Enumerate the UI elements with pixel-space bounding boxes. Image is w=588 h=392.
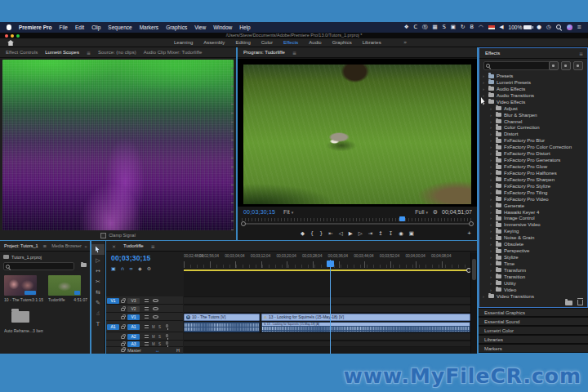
chevron-right-icon[interactable]: › — [490, 261, 493, 266]
effects-tree-item-image-control[interactable]: ›Image Control — [479, 215, 587, 221]
chevron-right-icon[interactable]: › — [490, 131, 493, 136]
sync-lock-icon[interactable] — [145, 299, 149, 302]
audio-track-header-a2[interactable]: A2MS — [106, 332, 183, 341]
effects-tree-item-video[interactable]: ›Video — [479, 287, 587, 293]
chevron-right-icon[interactable]: › — [490, 274, 493, 279]
effects-tree-item-adjust[interactable]: ›Adjust — [479, 105, 587, 112]
step-forward-button[interactable]: ▷ — [359, 229, 363, 238]
effects-tree-item-fxfactory-pro-glow[interactable]: ›FxFactory Pro Glow — [479, 163, 587, 170]
new-custom-bin-icon[interactable] — [565, 301, 572, 305]
chevron-right-icon[interactable]: › — [483, 93, 486, 98]
razor-tool[interactable]: ✂ — [91, 276, 105, 287]
effects-tree-item-video-transitions[interactable]: ›Video Transitions — [479, 293, 587, 300]
lock-icon[interactable] — [121, 336, 125, 339]
timeline-timecode[interactable]: 00;03;30;15 — [111, 254, 151, 262]
close-sequence-icon[interactable]: × — [112, 243, 116, 249]
scrub-left-handle[interactable] — [241, 221, 246, 226]
panel-tab-essential-graphics[interactable]: Essential Graphics — [479, 308, 588, 317]
audio-clip-2[interactable]: fx 13 - Looking for Squirrels (15-May-18… — [261, 322, 470, 332]
yuv-filter[interactable] — [573, 61, 583, 70]
track-target-a1[interactable]: A1 — [127, 324, 140, 330]
button-editor-button[interactable]: + — [467, 229, 471, 237]
solo-button[interactable]: S — [158, 335, 161, 339]
effects-tree-item-fxfactory-pro-sharpen[interactable]: ›FxFactory Pro Sharpen — [479, 176, 587, 183]
chevron-right-icon[interactable]: › — [490, 287, 493, 292]
chevron-right-icon[interactable]: › — [490, 281, 493, 286]
effects-tree-item-color-correction[interactable]: ›Color Correction — [479, 124, 587, 131]
master-track-header[interactable]: Master↔H — [106, 347, 183, 354]
chevron-right-icon[interactable]: › — [490, 268, 493, 273]
chevron-right-icon[interactable]: › — [490, 171, 493, 176]
type-tool[interactable]: T — [91, 318, 105, 329]
menu-premiere-pro[interactable]: Premiere Pro — [19, 24, 51, 30]
step-back-button[interactable]: ◁ — [339, 229, 343, 238]
tab-project-tutors-1[interactable]: Project: Tutors_1 — [4, 243, 38, 248]
effects-tree-item-fxfactory-pro-halftones[interactable]: ›FxFactory Pro Halftones — [479, 170, 587, 176]
audio-track-lane-a2[interactable] — [184, 332, 470, 341]
comparison-view-button[interactable]: ▣ — [409, 229, 414, 238]
chevron-right-icon[interactable]: › — [490, 119, 493, 124]
chevron-right-icon[interactable]: › — [490, 210, 493, 215]
fit-track-height-icon[interactable]: H — [176, 348, 180, 353]
linked-selection-icon[interactable]: ∞ — [129, 265, 133, 271]
effects-tree-item-obsolete[interactable]: ›Obsolete — [479, 241, 587, 247]
workspace-tab-graphics[interactable]: Graphics — [332, 40, 352, 45]
bluetooth-icon[interactable]: Ƀ — [470, 24, 473, 30]
project-thumbnail-tudorliffe[interactable] — [48, 275, 81, 296]
chevron-right-icon[interactable]: › — [490, 216, 493, 220]
clock-icon[interactable]: ◷ — [546, 24, 551, 30]
effects-tree-item-utility[interactable]: ›Utility — [479, 280, 587, 287]
effects-tree-item-blur-sharpen[interactable]: ›Blur & Sharpen — [479, 112, 587, 118]
ripple-edit-tool[interactable]: ↔ — [91, 265, 105, 276]
add-marker-icon[interactable]: ◆ — [138, 265, 142, 271]
menu-edit[interactable]: Edit — [75, 24, 84, 30]
chevron-right-icon[interactable]: › — [483, 80, 486, 85]
chevron-right-icon[interactable]: › — [490, 248, 493, 253]
audio-clip-1[interactable] — [184, 322, 260, 332]
extract-button[interactable]: ↧ — [389, 229, 393, 238]
workspace-tab-audio[interactable]: Audio — [309, 40, 321, 45]
master-meter-icon[interactable]: ↔ — [155, 348, 160, 353]
effects-tree-item-time[interactable]: ›Time — [479, 261, 587, 267]
project-folder-icon[interactable] — [11, 311, 29, 323]
effects-tree-item-channel[interactable]: ›Channel — [479, 118, 587, 125]
chevron-right-icon[interactable]: › — [490, 255, 493, 260]
menu-clip[interactable]: Clip — [91, 24, 100, 30]
voiceover-mic-icon[interactable] — [166, 324, 168, 327]
effects-tree-item-video-effects[interactable]: ⌄Video Effects — [479, 99, 587, 105]
video-track-lane-v2[interactable] — [184, 305, 470, 313]
effects-tree-item-fxfactory-pro-tiling[interactable]: ›FxFactory Pro Tiling — [479, 189, 587, 196]
menu-graphics[interactable]: Graphics — [166, 24, 187, 30]
workspace-tab-learning[interactable]: Learning — [174, 40, 193, 45]
video-clip-1[interactable]: fx10 - The Tutors [V] — [184, 314, 260, 321]
scrub-right-handle[interactable] — [469, 221, 474, 226]
go-to-in-button[interactable]: ⇤ — [328, 229, 332, 238]
b-app-icon[interactable]: Ⓑ — [422, 24, 428, 30]
siri-icon[interactable] — [567, 24, 572, 30]
32bit-color-filter[interactable] — [561, 61, 571, 70]
new-bin-icon[interactable] — [81, 263, 87, 267]
menu-markers[interactable]: Markers — [140, 24, 158, 30]
clamp-signal-checkbox[interactable] — [100, 233, 106, 238]
panel-tab-essential-sound[interactable]: Essential Sound — [479, 317, 588, 326]
program-playhead[interactable] — [399, 216, 405, 221]
tab-lumetri-scopes[interactable]: Lumetri Scopes — [45, 50, 79, 55]
voiceover-mic-icon[interactable] — [166, 334, 168, 337]
playhead-grip[interactable] — [327, 261, 334, 267]
wifi-icon[interactable]: ◠ — [479, 24, 483, 30]
chevron-right-icon[interactable]: › — [490, 106, 493, 111]
source-patch-badge-v1[interactable]: V1 — [107, 298, 119, 304]
panel-menu-icon[interactable]: ≡ — [151, 243, 155, 249]
fit-selector[interactable]: Fit ▾ — [283, 209, 293, 215]
volume-icon[interactable]: ◀ — [500, 24, 504, 30]
chevron-right-icon[interactable]: › — [490, 203, 493, 208]
track-target-a2[interactable]: A2 — [127, 334, 140, 340]
delete-icon[interactable] — [577, 300, 583, 305]
effects-tree-item-audio-effects[interactable]: ›Audio Effects — [479, 86, 587, 92]
audio-track-header-a3[interactable]: A3MS — [106, 341, 183, 347]
menu-help[interactable]: Help — [239, 24, 250, 30]
creative-cloud-icon[interactable]: C — [413, 24, 417, 30]
audio-track-lane-a3[interactable] — [184, 341, 470, 347]
lumetri-scope-display[interactable] — [2, 60, 234, 230]
settings-wrench-icon[interactable]: ⚙ — [433, 209, 438, 216]
